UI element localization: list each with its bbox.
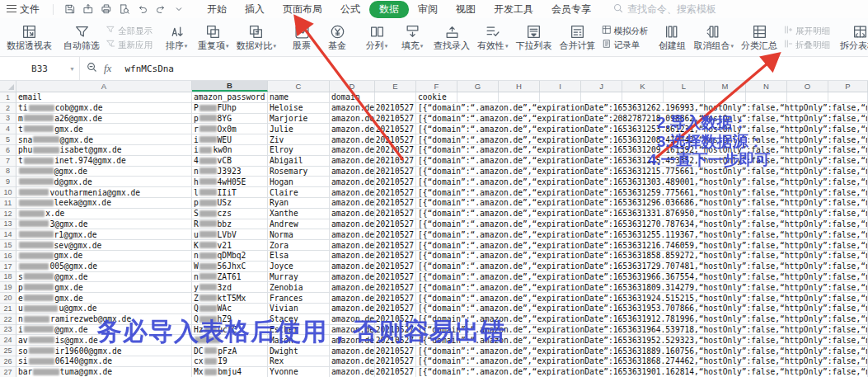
cell-name[interactable]: Yvonne — [268, 367, 330, 377]
cell-header-E[interactable] — [375, 92, 416, 103]
row-header[interactable]: 7 — [0, 156, 16, 167]
column-header-F[interactable]: F — [416, 81, 457, 92]
row-header[interactable]: 14 — [0, 229, 16, 240]
cell-cookie[interactable]: [{“domain”:“.amazon.de”,“expirationDate”… — [416, 272, 868, 283]
cell-password[interactable]: nqDMbq2 — [192, 251, 268, 262]
tab-home[interactable]: 开始 — [198, 1, 236, 18]
cell-domain[interactable]: amazon.de — [330, 272, 375, 283]
column-header-M[interactable]: M — [705, 81, 746, 92]
column-header-E[interactable]: E — [375, 81, 416, 92]
row-header[interactable]: 3 — [0, 114, 16, 125]
tab-view[interactable]: 视图 — [447, 1, 485, 18]
cell-cookie[interactable]: [{“domain”:“.amazon.de”,“expirationDate”… — [416, 124, 868, 134]
cell-password[interactable]: lIIiT — [192, 187, 268, 198]
cell-name[interactable]: Hogan — [268, 177, 330, 187]
cell-email[interactable]: ma26@gmx.de — [16, 114, 192, 125]
ribbon-ungroup-button[interactable]: 取消组合▾ — [691, 22, 738, 52]
cell-header-C[interactable]: name — [268, 92, 330, 103]
redo-icon[interactable] — [154, 3, 167, 16]
cell-cookie[interactable]: [{“domain”:“.amazon.de”,“expirationDate”… — [416, 314, 868, 325]
cell-password[interactable]: ikw0n — [192, 145, 268, 156]
cell-password[interactable]: nZAT61 — [192, 272, 268, 283]
cell-name[interactable]: Claire — [268, 187, 330, 198]
cell-password[interactable]: rOx0m — [192, 124, 268, 134]
row-header[interactable]: 17 — [0, 262, 16, 272]
row-header[interactable]: 13 — [0, 219, 16, 230]
cell-password[interactable]: Kv21 — [192, 240, 268, 251]
cell-password[interactable]: W56JhxC — [192, 262, 268, 272]
column-header-H[interactable]: H — [499, 81, 540, 92]
tab-formulas[interactable]: 公式 — [331, 1, 369, 18]
cell-email[interactable]: voutharmenia@gmx.de — [16, 187, 192, 198]
ribbon-compare-button[interactable]: 数据对比▾ — [233, 22, 280, 52]
cell-date[interactable]: 20210527 — [375, 304, 416, 314]
cell-password[interactable]: 4vCB — [192, 156, 268, 167]
ribbon-subtotal-button[interactable]: 分类汇总 — [738, 22, 781, 52]
cell-date[interactable]: 20210527 — [375, 367, 416, 377]
cell-domain[interactable]: amazon.de — [330, 356, 375, 367]
row-header[interactable]: 2 — [0, 103, 16, 114]
cell-name[interactable]: Julie — [268, 124, 330, 134]
ribbon-what-if-analysis[interactable]: 模拟分析 — [602, 25, 649, 36]
ribbon-consolidate-button[interactable]: 合并计算 — [556, 22, 599, 52]
row-header[interactable]: 9 — [0, 177, 16, 187]
column-header-J[interactable]: J — [581, 81, 622, 92]
cell-cookie[interactable]: [{“domain”:“.amazon.de”,“expirationDate”… — [416, 134, 868, 145]
row-header[interactable]: 18 — [0, 272, 16, 283]
cell-date[interactable]: 20210527 — [375, 356, 416, 367]
cell-domain[interactable]: amazon.de — [330, 124, 375, 134]
cell-date[interactable]: 20210527 — [375, 272, 416, 283]
cell-domain[interactable]: amazon.de — [330, 367, 375, 377]
row-header[interactable]: 22 — [0, 314, 16, 325]
cell-domain[interactable]: amazon.de — [330, 240, 375, 251]
cell-cookie[interactable]: [{“domain”:“.amazon.de”,“expirationDate”… — [416, 251, 868, 262]
cell-name[interactable]: Joyce — [268, 262, 330, 272]
cell-password[interactable]: HzucfC — [192, 325, 268, 336]
cell-cookie[interactable]: [{“domain”:“.amazon.de”,“expirationDate”… — [416, 177, 868, 187]
column-header-B[interactable]: B — [192, 81, 268, 92]
cell-cookie[interactable]: [{“domain”:“.amazon.de”,“expirationDate”… — [416, 304, 868, 314]
cell-domain[interactable]: amazon.de — [330, 262, 375, 272]
cell-header-A[interactable]: email — [16, 92, 192, 103]
cell-domain[interactable]: amazon.de — [330, 103, 375, 114]
cell-email[interactable]: nramirezweb@gmx.de — [16, 314, 192, 325]
cell-domain[interactable]: amazon.de — [330, 177, 375, 187]
row-header[interactable]: 12 — [0, 209, 16, 219]
cell-date[interactable]: 20210527 — [375, 209, 416, 219]
cell-date[interactable]: 20210527 — [375, 282, 416, 293]
cell-password[interactable]: p8YG — [192, 114, 268, 125]
column-header-G[interactable]: G — [457, 81, 499, 92]
ribbon-create-group-button[interactable]: 创建组 — [655, 22, 690, 52]
zoom-formula-icon[interactable] — [87, 62, 97, 75]
row-header[interactable]: 26 — [0, 356, 16, 367]
cell-date[interactable]: 20210527 — [375, 335, 416, 346]
cell-header-M[interactable] — [705, 92, 746, 103]
cell-header-P[interactable] — [828, 92, 868, 103]
cell-email[interactable]: gmx.de — [16, 251, 192, 262]
cell-cookie[interactable]: [{“domain”:“.amazon.de”,“expirationDate”… — [416, 114, 868, 125]
cell-name[interactable]: Abigail — [268, 156, 330, 167]
column-header-P[interactable]: P — [828, 81, 868, 92]
cell-name[interactable]: Mason — [268, 335, 330, 346]
cell-name[interactable]: Zenobia — [268, 282, 330, 293]
cell-date[interactable]: 20210527 — [375, 124, 416, 134]
ribbon-duplicates-button[interactable]: 重复项▾ — [195, 22, 232, 52]
cell-domain[interactable]: amazon.de — [330, 282, 375, 293]
cell-header-I[interactable] — [540, 92, 581, 103]
cell-email[interactable]: soir19600@gmx.de — [16, 346, 192, 356]
cell-domain[interactable]: amazon.de — [330, 114, 375, 125]
cell-email[interactable]: uu@gmx.de — [16, 304, 192, 314]
cell-email[interactable]: ticob@gmx.de — [16, 103, 192, 114]
cell-date[interactable]: 20210527 — [375, 325, 416, 336]
column-header-D[interactable]: D — [330, 81, 375, 92]
cell-cookie[interactable]: [{“domain”:“.amazon.de”,“expirationDate”… — [416, 209, 868, 219]
cell-cookie[interactable]: [{“domain”:“.amazon.de”,“expirationDate”… — [416, 356, 868, 367]
cell-email[interactable]: 005@gmx.de — [16, 262, 192, 272]
cell-date[interactable]: 20210527 — [375, 177, 416, 187]
cell-password[interactable]: uLVbV — [192, 229, 268, 240]
cell-email[interactable]: leeka@gmx.de — [16, 198, 192, 209]
tab-page-layout[interactable]: 页面布局 — [274, 1, 331, 18]
cell-cookie[interactable]: [{“domain”:“.amazon.de”,“expirationDate”… — [416, 229, 868, 240]
column-header-I[interactable]: I — [540, 81, 581, 92]
cell-name[interactable]: Heloise — [268, 103, 330, 114]
